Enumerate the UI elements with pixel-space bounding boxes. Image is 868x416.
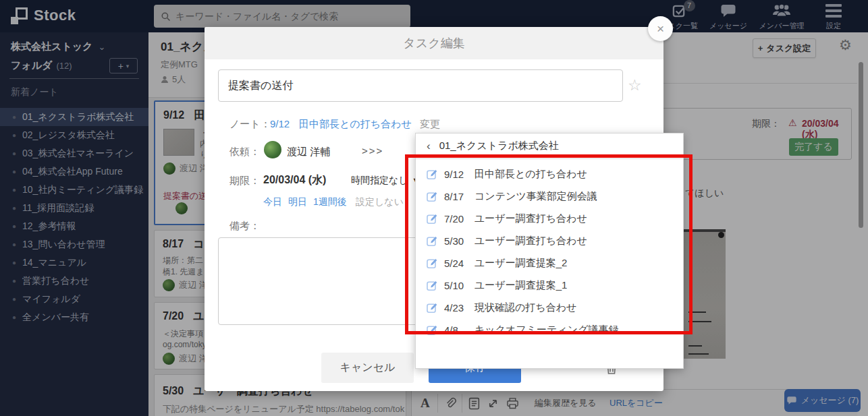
picker-item-title: コンテンツ事業部定例会議 (474, 190, 597, 203)
note-edit-icon (427, 169, 438, 180)
picker-item-title: 現状確認の打ち合わせ (474, 301, 576, 314)
requester-label: 依頼： (229, 146, 260, 158)
note-row-label: ノート： (229, 118, 271, 131)
app-root: Stock 7 タスク一覧 メッセージ メンバー管理 (0, 0, 868, 416)
picker-item-title: ユーザー調査提案_2 (474, 257, 567, 270)
quick-week-link[interactable]: 1週間後 (313, 196, 347, 208)
note-edit-icon (427, 258, 438, 269)
picker-item-title: 田中部長との打ち合わせ (474, 168, 587, 181)
picker-list: 9/12 田中部長との打ち合わせ 8/17 コンテンツ事業部定例会議 7/20 … (416, 163, 683, 341)
requester-avatar (264, 141, 281, 158)
quick-tomorrow-link[interactable]: 明日 (288, 196, 307, 208)
note-edit-icon (427, 235, 438, 247)
cancel-button[interactable]: キャンセル (321, 353, 414, 383)
requester-name: 渡辺 洋輔 (287, 146, 330, 158)
note-title-link[interactable]: 田中部長との打ち合わせ (299, 118, 412, 131)
picker-item-date: 5/30 (444, 235, 468, 247)
picker-item-0817[interactable]: 8/17 コンテンツ事業部定例会議 (416, 185, 683, 208)
modal-title: タスク編集 (205, 27, 663, 59)
note-picker-dropdown: ‹ 01_ネクストラボ株式会社 9/12 田中部長との打ち合わせ 8/17 コン… (415, 133, 684, 369)
quick-today-link[interactable]: 今日 (263, 196, 282, 208)
picker-folder-name: 01_ネクストラボ株式会社 (439, 140, 559, 152)
picker-item-title: ユーザー調査打ち合わせ (474, 212, 587, 225)
picker-item-0408[interactable]: 4/8 キックオフミーティング議事録 (416, 319, 683, 341)
close-icon[interactable]: × (648, 16, 673, 41)
picker-item-date: 4/8 (444, 324, 468, 336)
picker-item-date: 8/17 (444, 191, 468, 202)
picker-item-title: ユーザー調査打ち合わせ (474, 235, 587, 247)
note-edit-icon (427, 302, 438, 314)
picker-item-date: 5/24 (444, 258, 468, 269)
picker-item-date: 5/10 (444, 280, 468, 291)
picker-item-0720[interactable]: 7/20 ユーザー調査打ち合わせ (416, 208, 683, 230)
star-icon[interactable]: ☆ (628, 76, 642, 94)
time-select-value: 時間指定なし (351, 175, 408, 185)
picker-item-date: 9/12 (444, 169, 468, 180)
picker-item-0524[interactable]: 5/24 ユーザー調査提案_2 (416, 252, 683, 274)
note-edit-icon (427, 324, 438, 336)
note-edit-icon (427, 280, 438, 291)
note-edit-icon (427, 213, 438, 225)
change-note-link[interactable]: 変更 (420, 118, 440, 131)
due-label: 期限： (229, 175, 260, 187)
assign-arrows: >>> (362, 145, 383, 156)
picker-item-0510[interactable]: 5/10 ユーザー調査提案_1 (416, 274, 683, 297)
picker-item-0912[interactable]: 9/12 田中部長との打ち合わせ (416, 163, 683, 185)
picker-back-header[interactable]: ‹ 01_ネクストラボ株式会社 (416, 133, 683, 159)
picker-item-date: 4/23 (444, 302, 468, 314)
picker-item-0423[interactable]: 4/23 現状確認の打ち合わせ (416, 297, 683, 319)
task-name-input[interactable] (218, 69, 623, 102)
picker-item-date: 7/20 (444, 213, 468, 225)
time-select[interactable]: 時間指定なし▼ (351, 175, 418, 187)
picker-item-0530[interactable]: 5/30 ユーザー調査打ち合わせ (416, 230, 683, 252)
due-date-value[interactable]: 20/03/04 (水) (263, 173, 326, 187)
picker-item-title: キックオフミーティング議事録 (474, 324, 619, 336)
chevron-back-icon: ‹ (427, 140, 431, 153)
note-date-link[interactable]: 9/12 (270, 118, 290, 129)
memo-label: 備考： (229, 220, 260, 233)
picker-item-title: ユーザー調査提案_1 (474, 279, 567, 292)
note-edit-icon (427, 191, 438, 202)
quick-unset-link[interactable]: 設定しない (356, 196, 404, 208)
